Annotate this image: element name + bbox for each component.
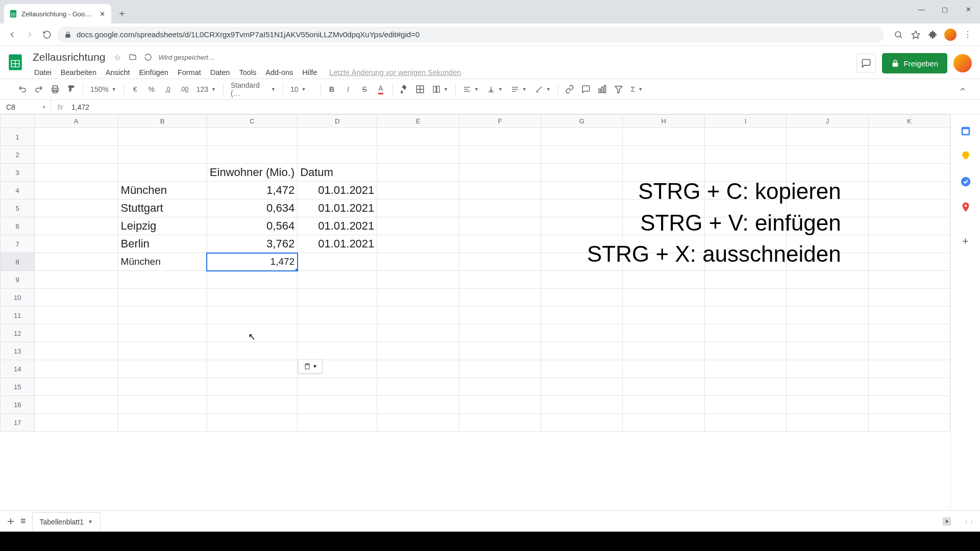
col-header-I[interactable]: I	[704, 115, 786, 128]
cell-F8[interactable]	[459, 253, 541, 271]
cell-D2[interactable]	[298, 146, 377, 164]
more-icon[interactable]: ⋮	[961, 28, 975, 42]
print-button[interactable]	[48, 82, 62, 96]
cell-A5[interactable]	[35, 199, 118, 217]
col-header-D[interactable]: D	[298, 115, 377, 128]
cell-D15[interactable]	[298, 378, 377, 396]
cell-J16[interactable]	[787, 396, 868, 414]
cell-C11[interactable]	[207, 307, 297, 324]
menu-daten[interactable]: Daten	[207, 66, 234, 79]
menu-bearbeiten[interactable]: Bearbeiten	[57, 66, 100, 79]
min-icon[interactable]: —	[910, 0, 933, 18]
cell-C4[interactable]: 1,472	[207, 182, 297, 199]
strike-button[interactable]: S	[357, 82, 372, 96]
percent-button[interactable]: %	[144, 82, 159, 96]
star-icon[interactable]	[909, 28, 923, 42]
cell-A10[interactable]	[35, 289, 118, 307]
account-avatar[interactable]	[953, 54, 972, 72]
font-select[interactable]: Standard (…▼	[228, 81, 279, 97]
cell-I10[interactable]	[704, 289, 786, 307]
cell-C7[interactable]: 3,762	[207, 235, 297, 253]
cell-K7[interactable]	[868, 235, 950, 253]
redo-button[interactable]	[32, 82, 46, 96]
cell-F4[interactable]	[459, 182, 541, 199]
cell-J9[interactable]	[787, 271, 868, 289]
url-field[interactable]: docs.google.com/spreadsheets/d/1L0CRXrgx…	[57, 27, 884, 43]
cell-H17[interactable]	[623, 414, 704, 432]
cell-H1[interactable]	[623, 128, 704, 146]
cell-B12[interactable]	[118, 324, 207, 342]
cell-G17[interactable]	[541, 414, 623, 432]
zoom-select[interactable]: 150%▼	[87, 85, 119, 93]
cell-K12[interactable]	[868, 324, 950, 342]
extensions-icon[interactable]	[926, 28, 940, 42]
cell-E12[interactable]	[377, 324, 459, 342]
wrap-button[interactable]: ▼	[508, 85, 530, 93]
cell-A9[interactable]	[35, 271, 118, 289]
cell-J1[interactable]	[787, 128, 868, 146]
name-box[interactable]: C8▼	[0, 100, 51, 114]
cell-K15[interactable]	[868, 378, 950, 396]
cell-A16[interactable]	[35, 396, 118, 414]
cell-G1[interactable]	[541, 128, 623, 146]
cell-E13[interactable]	[377, 342, 459, 360]
cell-B16[interactable]	[118, 396, 207, 414]
formula-input[interactable]: 1,472	[69, 103, 89, 111]
cell-F17[interactable]	[459, 414, 541, 432]
cell-F12[interactable]	[459, 324, 541, 342]
col-header-H[interactable]: H	[623, 115, 704, 128]
zoom-icon[interactable]	[891, 28, 905, 42]
borders-button[interactable]	[413, 82, 427, 96]
cell-C1[interactable]	[207, 128, 297, 146]
cell-H13[interactable]	[623, 342, 704, 360]
cell-I13[interactable]	[704, 342, 786, 360]
cell-F7[interactable]	[459, 235, 541, 253]
menu-hilfe[interactable]: Hilfe	[299, 66, 321, 79]
cell-E10[interactable]	[377, 289, 459, 307]
cell-E8[interactable]	[377, 253, 459, 271]
halign-button[interactable]: ▼	[460, 85, 482, 93]
reload-button[interactable]	[40, 28, 54, 42]
sheets-logo[interactable]	[5, 52, 26, 72]
cell-C16[interactable]	[207, 396, 297, 414]
cell-C14[interactable]	[207, 360, 297, 378]
col-header-E[interactable]: E	[377, 115, 459, 128]
cell-E15[interactable]	[377, 378, 459, 396]
row-header-1[interactable]: 1	[1, 128, 35, 146]
cell-A12[interactable]	[35, 324, 118, 342]
cell-K5[interactable]	[868, 199, 950, 217]
increase-decimals-button[interactable]: .00	[177, 82, 191, 96]
cell-H15[interactable]	[623, 378, 704, 396]
cell-D8[interactable]	[298, 253, 377, 271]
cell-E14[interactable]	[377, 360, 459, 378]
cloud-icon[interactable]	[143, 52, 153, 62]
row-header-3[interactable]: 3	[1, 164, 35, 182]
cell-E6[interactable]	[377, 217, 459, 235]
row-header-4[interactable]: 4	[1, 182, 35, 199]
last-edit-link[interactable]: Letzte Änderung vor wenigen Sekunden	[326, 66, 464, 79]
cell-A2[interactable]	[35, 146, 118, 164]
cell-G13[interactable]	[541, 342, 623, 360]
cell-F11[interactable]	[459, 307, 541, 324]
comments-button[interactable]	[856, 54, 876, 73]
cell-K1[interactable]	[868, 128, 950, 146]
row-header-7[interactable]: 7	[1, 235, 35, 253]
menu-datei[interactable]: Datei	[31, 66, 55, 79]
comment-button[interactable]	[579, 82, 593, 96]
rotate-button[interactable]: ▼	[532, 85, 554, 93]
cell-A11[interactable]	[35, 307, 118, 324]
cell-I2[interactable]	[704, 146, 786, 164]
cell-H11[interactable]	[623, 307, 704, 324]
cell-A6[interactable]	[35, 217, 118, 235]
row-header-12[interactable]: 12	[1, 324, 35, 342]
col-header-F[interactable]: F	[459, 115, 541, 128]
cell-I15[interactable]	[704, 378, 786, 396]
cell-D4[interactable]: 01.01.2021	[298, 182, 377, 199]
cell-J12[interactable]	[787, 324, 868, 342]
chart-button[interactable]	[595, 82, 609, 96]
col-header-J[interactable]: J	[787, 115, 868, 128]
collapse-toolbar-button[interactable]	[955, 82, 970, 96]
cell-A15[interactable]	[35, 378, 118, 396]
cell-K6[interactable]	[868, 217, 950, 235]
row-header-13[interactable]: 13	[1, 342, 35, 360]
